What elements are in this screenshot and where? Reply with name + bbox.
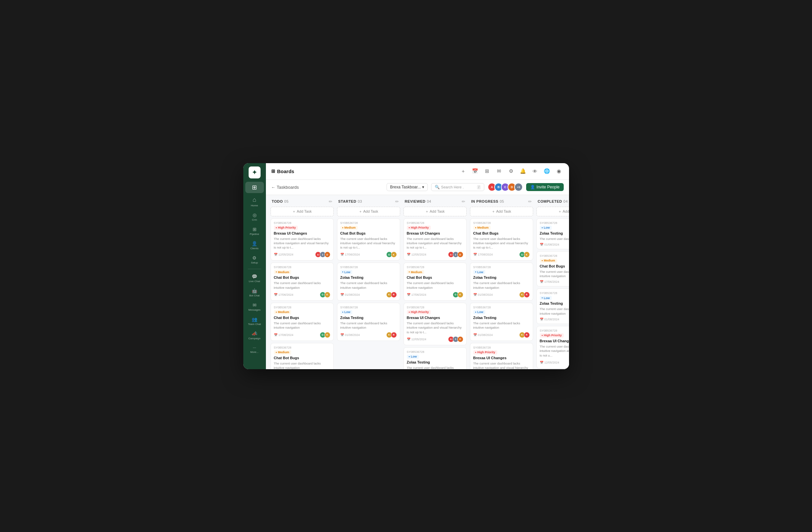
column-reviewed: REVIEWED 04 ✏ ＋ Add Task SY0B536728 High… [404,199,467,365]
task-card[interactable]: SY0B536728 Low Zolaa Testing The current… [337,263,400,301]
card-date: 📅17/06/2024 [340,253,360,256]
sidebar-item-messages[interactable]: ✉ Messages [245,300,264,313]
card-title: Chat Bot Bugs [274,356,330,360]
card-desc: The current user dashboard lacks intui..… [540,237,569,241]
card-desc: The current user dashboard lacks intuiti… [340,237,397,250]
bell-icon[interactable]: 🔔 [519,166,528,176]
task-card[interactable]: SY0B536728 Medium Chat Bot Bugs The curr… [271,343,334,369]
sidebar-item-campaign[interactable]: 📣 Campaign [245,329,264,342]
add-task-completed[interactable]: ＋ Add Task [536,207,569,216]
add-task-todo[interactable]: ＋ Add Task [271,207,334,216]
priority-tag: Medium [340,226,358,230]
col-title-todo: TODO 05 [272,200,289,203]
card-date: 📅12/05/2024 [407,253,426,256]
col-title-reviewed: REVIEWED 04 [405,200,432,203]
sidebar-label-setup: Setup [251,261,258,264]
card-tags: Medium [540,258,569,263]
card-id: SY0B536728 [407,350,463,354]
sidebar-item-more[interactable]: ··· More... [245,343,264,356]
card-title: Zolaa Testing [340,276,397,279]
task-card[interactable]: SY0B536728 Medium Chat Bot Bugs The curr… [271,303,334,341]
sidebar-item-clients[interactable]: 👤 Clients [245,239,264,252]
back-button[interactable]: ← Taskboards [271,185,299,190]
sidebar-item-bot-chat[interactable]: 🤖 Bot Chat [245,286,264,299]
user-icon[interactable]: ◉ [554,166,564,176]
sidebar-item-live-chat[interactable]: 💬 Live Chat [245,272,264,285]
sidebar-item-boards[interactable]: ⊞ [245,182,264,193]
card-date: 📅01/08/2024 [540,243,560,246]
card-id: SY0B536728 [407,266,463,269]
search-box[interactable]: 🔍 Search Here . / [431,183,484,191]
task-card[interactable]: SY0B536728 High Priority Brexaa UI Chang… [404,218,467,261]
card-date: 📅12/05/2024 [274,253,293,256]
eye-icon[interactable]: 👁 [531,166,540,176]
col-edit-started[interactable]: ✏ [395,199,399,204]
calendar-icon-small: 📅 [473,333,477,337]
sidebar-item-pipeline[interactable]: ⊞ Pipeline [245,225,264,238]
card-tags: Medium [473,226,530,230]
mail-icon[interactable]: ✉ [495,166,504,176]
sidebar-item-setup[interactable]: ⚙ Setup [245,253,264,266]
col-edit-reviewed[interactable]: ✏ [462,199,465,204]
card-desc: The current user dashboard lacks intuiti… [540,307,569,316]
card-avatars: GK [320,292,330,298]
settings-icon[interactable]: ⚙ [507,166,516,176]
card-avatar: D [458,252,463,257]
sidebar-item-team-chat[interactable]: 👥 Team Chat [245,315,264,328]
task-card[interactable]: SY0B536728 Medium Chat Bot Bugs The curr… [536,251,569,287]
card-desc: The current user dashboard lacks intuiti… [274,361,330,369]
task-card[interactable]: SY0B536728 Low Zolaa Testing The current… [536,218,569,249]
calendar-icon-small: 📅 [473,293,477,296]
task-card[interactable]: SY0B536728 High Priority Brexaa UI Chang… [536,326,569,369]
task-card[interactable]: SY0B536728 Low Zolaa Testing The current… [470,303,533,341]
task-card[interactable]: SY0B536728 Low Zolaa Testing The current… [470,263,533,301]
task-card[interactable]: SY0B536728 Low Zolaa Testing The current… [404,347,467,369]
sidebar-label-more: More... [250,351,259,354]
col-edit-todo[interactable]: ✏ [329,199,332,204]
priority-tag: Low [407,355,419,359]
avatar-group: A B C D +5 [488,183,523,191]
globe-icon[interactable]: 🌐 [542,166,552,176]
card-date: 📅17/06/2024 [407,293,426,296]
board-dropdown[interactable]: Brexa Taskboar... ▾ [387,183,428,191]
sidebar-item-home[interactable]: ⌂ Home [245,194,264,209]
task-card[interactable]: SY0B536728 Medium Chat Bot Bugs The curr… [470,218,533,261]
task-card[interactable]: SY0B536728 Medium Chat Bot Bugs The curr… [337,218,400,261]
priority-tag: Low [340,310,353,314]
task-card[interactable]: SY0B536728 High Priority Brexaa UI Chang… [404,303,467,345]
card-id: SY0B536728 [473,346,530,349]
card-date: 📅17/08/2024 [473,253,493,256]
grid-icon[interactable]: ⊞ [483,166,492,176]
card-tags: Medium [340,226,397,230]
calendar-icon-small: 📅 [407,338,410,341]
column-todo: TODO 05 ✏ ＋ Add Task SY0B536728 High Pri… [271,199,334,365]
task-card[interactable]: SY0B536728 Medium Chat Bot Bugs The curr… [271,263,334,301]
calendar-icon-small: 📅 [274,293,277,296]
column-completed: COMPLETED 04 ✏ ＋ Add Task SY0B536728 Low… [536,199,569,365]
card-desc: The current user dashboard lacks intuiti… [473,361,530,369]
add-task-started[interactable]: ＋ Add Task [337,207,400,216]
board-content: TODO 05 ✏ ＋ Add Task SY0B536728 High Pri… [266,195,569,369]
card-title: Chat Bot Bugs [407,276,463,279]
card-footer: 📅17/08/2024 GK [274,332,330,338]
card-avatar: D [458,336,463,342]
sidebar-item-crm[interactable]: ◎ Crm [245,210,264,223]
task-card[interactable]: SY0B536728 Low Zolaa Testing The current… [536,289,569,324]
add-button[interactable]: ＋ [459,166,468,176]
card-title: Brexaa UI Changes [407,231,463,235]
card-date: 📅01/08/2024 [473,293,493,296]
crm-icon: ◎ [252,212,257,218]
card-avatar: R [391,292,397,298]
calendar-icon[interactable]: 📅 [470,166,480,176]
col-edit-in-progress[interactable]: ✏ [528,199,532,204]
task-card[interactable]: SY0B536728 High Priority Brexaa UI Chang… [271,218,334,261]
col-title-in-progress: IN PROGRESS 05 [471,200,504,203]
card-desc: The current user dashboard lacks intuiti… [407,366,463,369]
add-task-in-progress[interactable]: ＋ Add Task [470,207,533,216]
task-card[interactable]: SY0B536728 Low Zolaa Testing The current… [337,303,400,341]
card-date: 📅01/08/2024 [340,333,360,337]
task-card[interactable]: SY0B536728 High Priority Brexaa UI Chang… [470,343,533,369]
task-card[interactable]: SY0B536728 Medium Chat Bot Bugs The curr… [404,263,467,301]
invite-button[interactable]: 👤 Invite People [526,183,563,191]
add-task-reviewed[interactable]: ＋ Add Task [404,207,467,216]
